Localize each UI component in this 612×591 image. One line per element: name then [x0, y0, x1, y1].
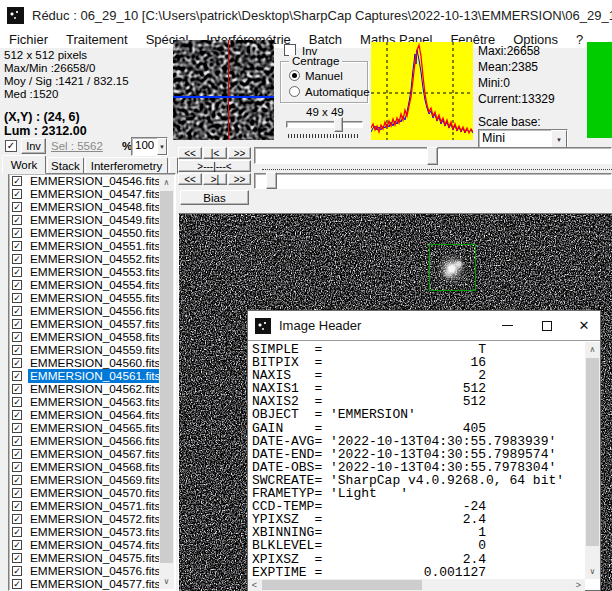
list-item[interactable]: ✓EMMERSION_04559.fits — [9, 343, 175, 356]
file-checkbox[interactable]: ✓ — [12, 241, 22, 251]
zoom-dropdown-arrow-icon[interactable]: ▼ — [157, 138, 167, 155]
list-item[interactable]: ✓EMMERSION_04576.fits — [9, 564, 175, 577]
nav-forward-button[interactable]: >> — [228, 173, 251, 185]
list-item[interactable]: ✓EMMERSION_04562.fits — [9, 382, 175, 395]
file-checkbox[interactable]: ✓ — [12, 267, 22, 277]
list-item[interactable]: ✓EMMERSION_04551.fits — [9, 239, 175, 252]
file-checkbox[interactable]: ✓ — [12, 501, 22, 511]
file-list-scrollbar[interactable]: ∧ ∨ — [159, 175, 174, 589]
list-item[interactable]: ✓EMMERSION_04547.fits — [9, 187, 175, 200]
file-checkbox[interactable]: ✓ — [12, 579, 22, 589]
file-checkbox[interactable]: ✓ — [12, 462, 22, 472]
list-item[interactable]: ✓EMMERSION_04572.fits — [9, 512, 175, 525]
list-item[interactable]: ✓EMMERSION_04569.fits — [9, 473, 175, 486]
nav-prev-button[interactable]: << — [178, 147, 202, 159]
file-checkbox[interactable]: ✓ — [12, 514, 22, 524]
file-checkbox[interactable]: ✓ — [12, 410, 22, 420]
list-item[interactable]: ✓EMMERSION_04555.fits — [9, 291, 175, 304]
file-checkbox[interactable]: ✓ — [12, 280, 22, 290]
tab-interferometry[interactable]: Interferometry — [85, 157, 168, 174]
threshold-slider-track[interactable] — [254, 173, 612, 189]
list-item[interactable]: ✓EMMERSION_04566.fits — [9, 434, 175, 447]
dialog-scroll-down-icon[interactable]: ∨ — [585, 564, 600, 579]
file-checkbox[interactable]: ✓ — [12, 358, 22, 368]
list-item[interactable]: ✓EMMERSION_04561.fits — [9, 369, 175, 382]
zoom-combobox[interactable]: 100 ▼ — [131, 137, 168, 156]
close-button[interactable]: ✕ — [568, 311, 600, 340]
list-item[interactable]: ✓EMMERSION_04573.fits — [9, 525, 175, 538]
selection-box[interactable] — [429, 244, 476, 291]
file-checkbox[interactable]: ✓ — [12, 293, 22, 303]
nav-first-button[interactable]: |< — [203, 147, 227, 159]
nav-next-button[interactable]: >> — [228, 147, 251, 159]
frame-slider-thumb[interactable] — [427, 147, 438, 165]
nav-center-button[interactable]: >---|---< — [178, 160, 251, 172]
dialog-scroll-left-icon[interactable]: < — [248, 579, 261, 591]
bias-button[interactable]: Bias — [180, 190, 249, 205]
scroll-down-icon[interactable]: ∨ — [159, 574, 174, 589]
list-item[interactable]: ✓EMMERSION_04577.fits — [9, 577, 175, 590]
file-checkbox[interactable]: ✓ — [12, 449, 22, 459]
dialog-scroll-thumb[interactable] — [586, 358, 599, 546]
file-checkbox[interactable]: ✓ — [12, 540, 22, 550]
file-checkbox[interactable]: ✓ — [12, 436, 22, 446]
title-bar[interactable]: Réduc : 06_29_10 [C:\Users\patrick\Deskt… — [0, 0, 612, 30]
tab-work[interactable]: Work — [2, 155, 46, 174]
list-item[interactable]: ✓EMMERSION_04565.fits — [9, 421, 175, 434]
file-checkbox[interactable]: ✓ — [12, 475, 22, 485]
list-item[interactable]: ✓EMMERSION_04564.fits — [9, 408, 175, 421]
list-item[interactable]: ✓EMMERSION_04553.fits — [9, 265, 175, 278]
sel-count-link[interactable]: Sel : 5562 — [51, 140, 103, 152]
box-size-slider-track[interactable] — [286, 121, 363, 128]
centrage-manuel-radio[interactable] — [289, 70, 300, 81]
file-checkbox[interactable]: ✓ — [12, 215, 22, 225]
file-checkbox[interactable]: ✓ — [12, 319, 22, 329]
list-item[interactable]: ✓EMMERSION_04563.fits — [9, 395, 175, 408]
inv-button[interactable]: Inv — [21, 138, 46, 154]
centrage-auto-radio[interactable] — [289, 86, 300, 97]
list-item[interactable]: ✓EMMERSION_04549.fits — [9, 213, 175, 226]
maximize-button[interactable] — [531, 311, 563, 340]
list-item[interactable]: ✓EMMERSION_04567.fits — [9, 447, 175, 460]
dialog-hscroll-thumb[interactable] — [262, 580, 422, 590]
dialog-scroll-right-icon[interactable]: > — [572, 579, 585, 591]
file-checkbox[interactable]: ✓ — [12, 228, 22, 238]
dialog-hscrollbar[interactable]: < > — [248, 579, 585, 591]
menu-fichier[interactable]: Fichier — [0, 32, 57, 47]
list-item[interactable]: ✓EMMERSION_04574.fits — [9, 538, 175, 551]
list-item[interactable]: ✓EMMERSION_04556.fits — [9, 304, 175, 317]
threshold-slider-thumb[interactable] — [266, 172, 277, 189]
invert-checkbox[interactable]: ✓ — [5, 140, 17, 152]
list-item[interactable]: ✓EMMERSION_04560.fits — [9, 356, 175, 369]
scroll-thumb[interactable] — [160, 191, 173, 563]
file-checkbox[interactable]: ✓ — [12, 488, 22, 498]
box-size-slider-thumb[interactable] — [334, 117, 343, 132]
dialog-scroll-up-icon[interactable]: ∧ — [585, 342, 600, 357]
file-checkbox[interactable]: ✓ — [12, 189, 22, 199]
image-header-dialog[interactable]: Image Header ✕ SIMPLE = T BITPIX = 16 NA… — [247, 310, 601, 591]
list-item[interactable]: ✓EMMERSION_04546.fits — [9, 174, 175, 187]
nav-back-button[interactable]: << — [178, 173, 202, 185]
tab-stack[interactable]: Stack — [47, 157, 84, 174]
file-checkbox[interactable]: ✓ — [12, 202, 22, 212]
file-checkbox[interactable]: ✓ — [12, 371, 22, 381]
list-item[interactable]: ✓EMMERSION_04552.fits — [9, 252, 175, 265]
list-item[interactable]: ✓EMMERSION_04554.fits — [9, 278, 175, 291]
menu-traitement[interactable]: Traitement — [57, 32, 137, 47]
file-checkbox[interactable]: ✓ — [12, 527, 22, 537]
list-item[interactable]: ✓EMMERSION_04558.fits — [9, 330, 175, 343]
file-checkbox[interactable]: ✓ — [12, 345, 22, 355]
file-checkbox[interactable]: ✓ — [12, 332, 22, 342]
list-item[interactable]: ✓EMMERSION_04557.fits — [9, 317, 175, 330]
list-item[interactable]: ✓EMMERSION_04575.fits — [9, 551, 175, 564]
zoom-thumbnail[interactable] — [173, 40, 274, 140]
list-item[interactable]: ✓EMMERSION_04568.fits — [9, 460, 175, 473]
file-checkbox[interactable]: ✓ — [12, 176, 22, 186]
file-checkbox[interactable]: ✓ — [12, 566, 22, 576]
tab-partial[interactable] — [169, 157, 178, 174]
dialog-vscrollbar[interactable]: ∧ ∨ — [585, 342, 600, 579]
minimize-button[interactable] — [491, 311, 523, 340]
file-list[interactable]: ✓EMMERSION_04546.fits✓EMMERSION_04547.fi… — [8, 173, 176, 591]
file-checkbox[interactable]: ✓ — [12, 306, 22, 316]
list-item[interactable]: ✓EMMERSION_04550.fits — [9, 226, 175, 239]
